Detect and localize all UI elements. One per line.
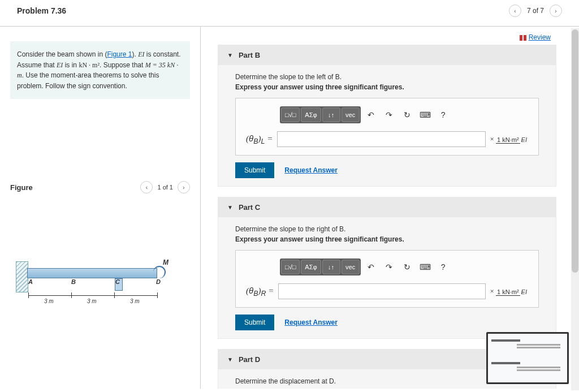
math-toolbar: □√□ ΑΣφ ↓↑ vec ↶ ↷ ↻ ⌨ ?: [280, 259, 528, 275]
moment-label: M: [163, 259, 168, 266]
undo-button[interactable]: ↶: [363, 262, 379, 272]
next-button[interactable]: ›: [550, 5, 562, 17]
vector-button[interactable]: vec: [342, 260, 360, 274]
beam-figure: M A B C D 3 m 3 m 3 m: [10, 244, 174, 307]
point-d: D: [156, 278, 161, 285]
point-c: C: [115, 278, 120, 285]
part-b: Part B Determine the slope to the left o…: [218, 45, 556, 187]
redo-button[interactable]: ↷: [381, 262, 397, 272]
dim-3: 3 m: [130, 298, 140, 304]
unit-text: kN · m²: [79, 61, 100, 69]
part-b-header[interactable]: Part B: [218, 45, 556, 65]
page-nav: ‹ 7 of 7 ›: [509, 5, 562, 17]
page-indicator: 7 of 7: [527, 7, 544, 15]
prev-button[interactable]: ‹: [509, 5, 521, 17]
review-link[interactable]: Review: [218, 33, 579, 41]
scroll-thumb[interactable]: [572, 29, 578, 273]
answer-box-b: □√□ ΑΣφ ↓↑ vec ↶ ↷ ↻ ⌨ ? (θB)L =: [235, 98, 539, 156]
fig-prev-button[interactable]: ‹: [140, 181, 153, 193]
desc-text: . Use the moment-area theorems to solve …: [17, 71, 159, 90]
keyboard-button[interactable]: ⌨: [417, 262, 433, 272]
figure-title: Figure: [10, 183, 33, 192]
var-ei: EI: [138, 50, 144, 58]
desc-text: Consider the beam shown in (: [17, 50, 107, 58]
subscript-button[interactable]: ↓↑: [322, 107, 340, 122]
desc-text: ).: [132, 50, 138, 58]
submit-button-b[interactable]: Submit: [235, 162, 274, 178]
scrollbar[interactable]: [571, 28, 579, 390]
part-c-header[interactable]: Part C: [218, 197, 556, 217]
submit-button-c[interactable]: Submit: [235, 315, 274, 330]
reset-button[interactable]: ↻: [399, 110, 415, 119]
undo-button[interactable]: ↶: [363, 110, 379, 119]
answer-input-b[interactable]: [277, 131, 485, 147]
point-a: A: [28, 278, 33, 285]
lhs-c: (θB)R =: [246, 286, 274, 298]
figure-link[interactable]: Figure 1: [107, 50, 132, 58]
greek-button[interactable]: ΑΣφ: [301, 260, 321, 274]
part-b-prompt: Determine the slope to the left of B.: [235, 73, 539, 81]
desc-text: . Suppose that: [100, 61, 145, 69]
subscript-button[interactable]: ↓↑: [322, 260, 340, 274]
math-toolbar: □√□ ΑΣφ ↓↑ vec ↶ ↷ ↻ ⌨ ?: [280, 106, 528, 123]
part-c-instr: Express your answer using three signific…: [235, 235, 539, 243]
lhs-b: (θB)L =: [246, 133, 273, 145]
greek-button[interactable]: ΑΣφ: [301, 107, 321, 122]
var-ei: EI: [57, 61, 63, 69]
problem-title: Problem 7.36: [17, 6, 66, 15]
answer-box-c: □√□ ΑΣφ ↓↑ vec ↶ ↷ ↻ ⌨ ? (θB)R =: [235, 250, 539, 308]
dim-2: 3 m: [87, 298, 97, 304]
reset-button[interactable]: ↻: [399, 262, 415, 272]
part-c: Part C Determine the slope to the right …: [218, 197, 556, 339]
fig-next-button[interactable]: ›: [178, 181, 190, 193]
problem-description: Consider the beam shown in (Figure 1). E…: [10, 41, 190, 99]
vector-button[interactable]: vec: [342, 107, 360, 122]
desc-text: is in: [63, 61, 79, 69]
unit-c: × 1 kN·m²EI: [490, 287, 529, 296]
preview-thumbnail[interactable]: [486, 332, 569, 384]
point-b: B: [71, 278, 76, 285]
part-c-prompt: Determine the slope to the right of B.: [235, 225, 539, 233]
dim-1: 3 m: [44, 298, 54, 304]
request-answer-c[interactable]: Request Answer: [284, 318, 338, 326]
fig-page: 1 of 1: [157, 184, 173, 191]
part-d-instr: Express your answer using three signific…: [235, 387, 539, 389]
unit-b: × 1 kN·m²EI: [490, 135, 529, 144]
help-button[interactable]: ?: [435, 262, 451, 272]
templates-button[interactable]: □√□: [281, 260, 300, 274]
keyboard-button[interactable]: ⌨: [417, 110, 433, 119]
redo-button[interactable]: ↷: [381, 110, 397, 119]
part-b-instr: Express your answer using three signific…: [235, 83, 539, 91]
answer-input-c[interactable]: [278, 283, 485, 299]
templates-button[interactable]: □√□: [281, 107, 300, 122]
help-button[interactable]: ?: [435, 110, 451, 119]
request-answer-b[interactable]: Request Answer: [284, 166, 338, 174]
